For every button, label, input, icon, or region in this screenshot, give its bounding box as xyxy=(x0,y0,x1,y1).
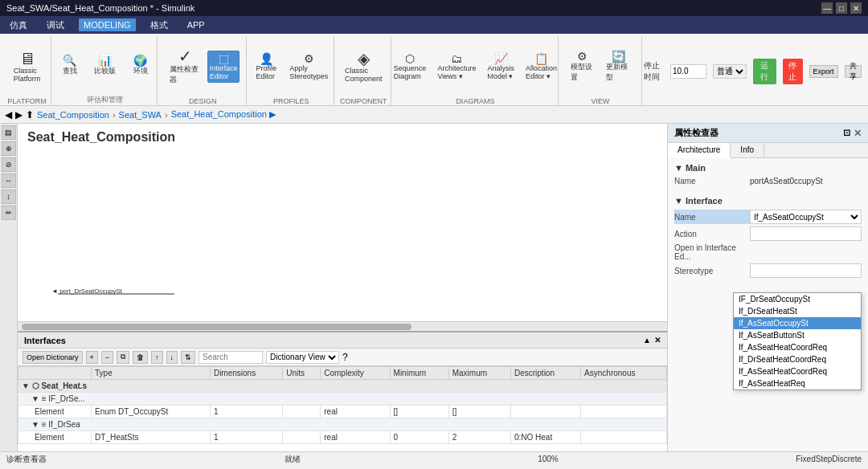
close-button[interactable]: ✕ xyxy=(850,2,862,14)
analysis-model-button[interactable]: 📈 AnalysisModel ▾ xyxy=(483,51,518,83)
sidebar-btn-5[interactable]: ↕ xyxy=(2,190,16,204)
interface-editor-button[interactable]: ⬚ InterfaceEditor xyxy=(207,51,240,83)
find-button[interactable]: 🔍 查找 xyxy=(54,52,86,79)
table-row[interactable]: ▼ ⬡ Seat_Heat.s xyxy=(18,380,667,393)
props-close-button[interactable]: ✕ xyxy=(854,128,862,139)
pause-time-label: 停止时间 xyxy=(644,60,665,83)
table-row[interactable]: ▼ ≡ IF_DrSe... xyxy=(18,393,667,406)
sidebar-btn-3[interactable]: ⊘ xyxy=(2,157,16,172)
dropdown-item-drSeatHeatSt[interactable]: If_DrSeatHeatSt xyxy=(734,305,861,317)
apply-stereotypes-button[interactable]: ⚙ ApplyStereotypes xyxy=(285,51,332,83)
menu-item-app[interactable]: APP xyxy=(182,18,210,31)
action-input[interactable] xyxy=(750,226,862,241)
classic-component-button[interactable]: ◈ ClassicComponent xyxy=(341,48,387,85)
pause-time-input[interactable] xyxy=(670,64,706,79)
minimize-button[interactable]: — xyxy=(821,2,833,14)
iface-sort-btn[interactable]: ⇅ xyxy=(181,351,195,364)
tab-info[interactable]: Info xyxy=(731,143,764,157)
menu-item-simulation[interactable]: 仿真 xyxy=(5,18,32,33)
interfaces-collapse-btn[interactable]: ▲ xyxy=(643,336,651,345)
classic-platform-label: ClassicPlatform xyxy=(14,67,41,83)
stereotype-input[interactable] xyxy=(750,263,862,278)
arch-views-button[interactable]: 🗂 ArchitectureViews ▾ xyxy=(433,51,480,83)
run-button[interactable]: 运行 xyxy=(753,59,776,84)
compare-button[interactable]: 📊 比较版 xyxy=(89,52,121,79)
ribbon-group-platform: 🖥 ClassicPlatform PLATFORM xyxy=(3,37,51,105)
sidebar-btn-6[interactable]: ✏ xyxy=(2,206,16,220)
interfaces-close-btn[interactable]: ✕ xyxy=(654,336,661,345)
th-complexity: Complexity xyxy=(321,367,390,380)
find-label: 查找 xyxy=(63,66,77,76)
sequence-diagram-button[interactable]: ⬡ SequenceDiagram xyxy=(390,51,431,83)
component-group-label: COMPONENT xyxy=(340,97,387,105)
profiles-group-label: PROFILES xyxy=(273,97,309,105)
sidebar-btn-1[interactable]: ▤ xyxy=(2,125,16,140)
props-section-interface: ▼ Interface Name <inherit> IF_DrSeatOccu… xyxy=(668,191,868,283)
dropdown-item-asSeatHeatReq[interactable]: If_AsSeatHeatReq xyxy=(734,377,861,389)
menu-item-format[interactable]: 格式 xyxy=(145,18,173,33)
main-section-header[interactable]: ▼ Main xyxy=(674,161,862,174)
property-inspector-button[interactable]: ✓ 属性检查器 xyxy=(166,46,204,88)
dropdown-item-drSeatOccupySt[interactable]: IF_DrSeatOccupySt xyxy=(734,293,861,305)
maximize-button[interactable]: □ xyxy=(836,2,847,14)
iface-down-btn[interactable]: ↓ xyxy=(166,351,178,364)
interfaces-help-icon[interactable]: ? xyxy=(342,352,348,363)
open-dictionary-button[interactable]: Open Dictionary xyxy=(23,351,83,364)
iface-copy-btn[interactable]: ⧉ xyxy=(117,351,129,364)
tab-architecture[interactable]: Architecture xyxy=(668,143,731,158)
share-button[interactable]: 共享 xyxy=(845,65,862,78)
iface-up-btn[interactable]: ↑ xyxy=(151,351,163,364)
sequence-diagram-label: SequenceDiagram xyxy=(394,64,427,80)
diagnostics-label[interactable]: 诊断查看器 xyxy=(6,454,47,465)
breadcrumb-seat-composition[interactable]: Seat_Composition xyxy=(37,110,109,120)
allocation-editor-button[interactable]: 📋 AllocationEditor ▾ xyxy=(522,51,561,83)
breadcrumb-seat-heat-composition[interactable]: Seat_Heat_Composition ▶ xyxy=(171,109,276,120)
interface-section-header[interactable]: ▼ Interface xyxy=(674,194,862,207)
interfaces-view-select[interactable]: Dictionary View xyxy=(266,351,339,364)
subgroup-if-drsea: ▼ ≡ If_DrSea xyxy=(18,418,667,431)
sidebar-btn-2[interactable]: ⊕ xyxy=(2,141,16,156)
classic-platform-icon: 🖥 xyxy=(19,51,35,67)
iface-del-btn[interactable]: 🗑 xyxy=(133,351,148,364)
th-maximum: Maximum xyxy=(448,367,510,380)
sidebar-btn-4[interactable]: ↔ xyxy=(2,173,16,188)
breadcrumb-seat-swa[interactable]: Seat_SWA xyxy=(119,110,162,120)
props-row-action: Action xyxy=(674,226,862,241)
stop-button[interactable]: 停止 xyxy=(783,59,803,84)
iface-minus-btn[interactable]: − xyxy=(101,351,113,364)
dropdown-item-asSeatOccupySt[interactable]: If_AsSeatOccupySt xyxy=(734,317,861,329)
update-model-button[interactable]: 🔄 更新模型 xyxy=(602,48,634,85)
env-button[interactable]: 🌍 环境 xyxy=(125,52,157,79)
td-element-1-units xyxy=(283,406,321,418)
menu-item-modeling[interactable]: MODELING xyxy=(79,18,136,31)
interface-name-select[interactable]: <inherit> IF_DrSeatOccupySt If_AsSeatOcc… xyxy=(750,210,862,224)
arch-views-icon: 🗂 xyxy=(451,53,462,64)
scrollbar-thumb[interactable] xyxy=(22,324,411,330)
model-settings-icon: ⚙ xyxy=(577,51,588,62)
table-row[interactable]: Element DT_HeatSts 1 real 0 2 0:NO Heat xyxy=(18,431,667,444)
model-settings-button[interactable]: ⚙ 模型设置 xyxy=(567,48,599,85)
export-button[interactable]: Export xyxy=(809,65,838,78)
run-mode-select[interactable]: 普通 xyxy=(713,64,747,79)
up-icon[interactable]: ⬆ xyxy=(26,109,34,120)
canvas-scrollbar-h[interactable] xyxy=(18,321,667,331)
profile-editor-label: ProfileEditor xyxy=(256,64,277,80)
table-header-row: Type Dimensions Units Complexity Minimum… xyxy=(18,367,667,380)
interfaces-search-input[interactable] xyxy=(199,351,263,364)
classic-platform-button[interactable]: 🖥 ClassicPlatform xyxy=(10,48,45,85)
table-row[interactable]: Element Enum DT_OccupySt 1 real [] [] xyxy=(18,406,667,418)
menu-item-debug[interactable]: 调试 xyxy=(42,18,69,33)
dropdown-item-asSeatButtonSt[interactable]: If_AsSeatButtonSt xyxy=(734,329,861,341)
dropdown-item-asSeatHeatCoordReq2[interactable]: If_AsSeatHeatCoordReq xyxy=(734,365,861,377)
iface-add-btn[interactable]: + xyxy=(86,351,98,364)
dropdown-item-drSeatHeatCoordReq[interactable]: If_DrSeatHeatCoordReq xyxy=(734,353,861,365)
back-icon[interactable]: ◀ xyxy=(5,109,12,120)
table-row[interactable]: ▼ ≡ If_DrSea xyxy=(18,418,667,431)
props-expand-icon[interactable]: ⊡ xyxy=(843,128,850,139)
profile-editor-button[interactable]: 👤 ProfileEditor xyxy=(250,51,282,83)
th-type: Type xyxy=(92,367,211,380)
property-inspector-icon: ✓ xyxy=(178,48,192,64)
classic-component-label: ClassicComponent xyxy=(345,67,383,83)
dropdown-item-asSeatHeatCoordReq[interactable]: If_AsSeatHeatCoordReq xyxy=(734,341,861,353)
forward-icon[interactable]: ▶ xyxy=(15,109,23,120)
